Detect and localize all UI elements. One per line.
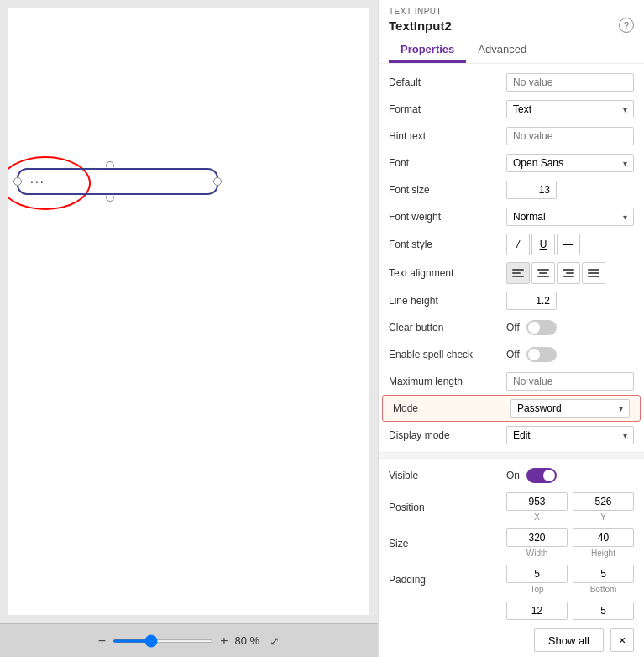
default-input[interactable]	[506, 73, 634, 92]
size-height-input[interactable]	[573, 528, 634, 547]
font-weight-dropdown-value: Normal	[513, 211, 546, 223]
size-width-input[interactable]	[506, 528, 568, 547]
size-height-col: Height	[573, 528, 634, 558]
zoom-out-button[interactable]: −	[98, 633, 106, 649]
panel-title-row: TextInput2 ?	[389, 18, 634, 33]
canvas-footer: − + 80 % ⤢	[0, 623, 378, 657]
prop-mode-value: Password ▾	[510, 399, 630, 418]
panel-type: TEXT INPUT	[389, 7, 634, 16]
spell-check-state: Off	[506, 349, 520, 360]
mode-dropdown-arrow: ▾	[619, 404, 623, 413]
prop-clear-button-label: Clear button	[389, 322, 506, 334]
clear-button-state: Off	[506, 322, 520, 334]
visible-toggle[interactable]	[526, 468, 557, 483]
prop-hint-text: Hint text	[379, 123, 644, 150]
prop-default: Default	[379, 69, 644, 96]
spell-check-toggle-row: Off	[506, 347, 557, 362]
align-buttons-group	[506, 262, 605, 284]
panel-body: Default Format Text ▾ Hint text	[379, 64, 644, 623]
canvas-widget[interactable]: ···	[17, 168, 218, 195]
prop-display-mode: Display mode Edit ▾	[379, 422, 644, 449]
strikethrough-button[interactable]: —	[557, 234, 580, 255]
prop-font-weight-label: Font weight	[389, 211, 506, 223]
max-length-input[interactable]	[506, 372, 634, 391]
prop-text-alignment-buttons	[506, 262, 634, 284]
display-mode-dropdown-arrow: ▾	[623, 431, 627, 440]
close-button[interactable]: ×	[610, 628, 634, 652]
align-center-button[interactable]	[531, 262, 555, 284]
prop-font-label: Font	[389, 157, 506, 169]
show-all-button[interactable]: Show all	[534, 628, 604, 652]
padding-left-col	[506, 602, 568, 620]
prop-mode: Mode Password ▾	[382, 395, 641, 422]
position-y-input[interactable]	[573, 492, 634, 511]
padding-right-col	[573, 602, 634, 620]
tab-properties[interactable]: Properties	[389, 38, 466, 63]
zoom-slider[interactable]	[113, 639, 213, 643]
padding-top-input[interactable]	[506, 565, 568, 583]
text-input-widget-box[interactable]: ···	[17, 168, 218, 195]
widget-handle-left[interactable]	[13, 177, 22, 186]
prop-font-style-label: Font style	[389, 239, 506, 250]
padding-bottom-label: Bottom	[590, 585, 617, 594]
style-buttons-group: / U —	[506, 234, 580, 255]
prop-max-length-label: Maximum length	[389, 376, 506, 387]
italic-button[interactable]: /	[506, 234, 530, 255]
zoom-value: 80 %	[235, 634, 260, 647]
line-height-input[interactable]	[506, 292, 557, 310]
clear-button-toggle[interactable]	[526, 320, 557, 335]
hint-text-input[interactable]	[506, 127, 634, 145]
size-height-label: Height	[591, 549, 615, 558]
prop-size-value: Width Height	[506, 528, 634, 558]
spell-check-toggle[interactable]	[526, 347, 557, 362]
prop-mode-label: Mode	[393, 402, 510, 414]
prop-max-length: Maximum length	[379, 368, 644, 395]
align-justify-button[interactable]	[582, 262, 605, 284]
format-dropdown-value: Text	[513, 103, 531, 115]
tab-advanced[interactable]: Advanced	[466, 38, 538, 63]
prop-font-size-label: Font size	[389, 184, 506, 196]
panel-tabs: Properties Advanced	[389, 38, 634, 63]
prop-visible: Visible On	[379, 462, 644, 489]
prop-hint-text-label: Hint text	[389, 130, 506, 142]
display-mode-dropdown-value: Edit	[513, 429, 531, 441]
font-size-input[interactable]	[506, 181, 557, 199]
size-inputs: Width Height	[506, 528, 634, 558]
prop-padding-lr-value	[506, 602, 634, 620]
prop-format: Format Text ▾	[379, 96, 644, 123]
prop-size-label: Size	[389, 538, 506, 549]
widget-dots: ···	[30, 175, 45, 188]
align-right-icon	[563, 269, 574, 277]
position-x-input[interactable]	[506, 492, 568, 511]
format-dropdown[interactable]: Text ▾	[506, 100, 634, 118]
padding-bottom-input[interactable]	[573, 565, 634, 583]
font-weight-dropdown-arrow: ▾	[623, 213, 627, 222]
prop-font-value: Open Sans ▾	[506, 154, 634, 172]
zoom-in-button[interactable]: +	[220, 633, 228, 649]
prop-text-alignment: Text alignment	[379, 259, 644, 287]
align-right-button[interactable]	[557, 262, 580, 284]
display-mode-dropdown[interactable]: Edit ▾	[506, 426, 634, 444]
help-icon[interactable]: ?	[619, 18, 634, 33]
align-left-button[interactable]	[506, 262, 530, 284]
mode-dropdown-value: Password	[517, 402, 562, 414]
position-x-col: X	[506, 492, 568, 522]
font-dropdown[interactable]: Open Sans ▾	[506, 154, 634, 172]
padding-left-input[interactable]	[506, 602, 568, 620]
underline-button[interactable]: U	[531, 234, 555, 255]
font-weight-dropdown[interactable]: Normal ▾	[506, 208, 634, 226]
prop-font-weight: Font weight Normal ▾	[379, 203, 644, 230]
visible-state: On	[506, 470, 520, 481]
prop-font-weight-value: Normal ▾	[506, 208, 634, 226]
position-inputs: X Y	[506, 492, 634, 522]
padding-top-col: Top	[506, 565, 568, 594]
prop-visible-value: On	[506, 468, 634, 483]
position-y-label: Y	[600, 512, 606, 522]
padding-inputs: Top Bottom	[506, 565, 634, 594]
widget-handle-right[interactable]	[213, 177, 222, 186]
expand-button[interactable]: ⤢	[270, 634, 280, 648]
mode-dropdown[interactable]: Password ▾	[510, 399, 630, 418]
prop-font-size: Font size	[379, 176, 644, 203]
prop-visible-label: Visible	[389, 470, 506, 481]
padding-right-input[interactable]	[573, 602, 634, 620]
